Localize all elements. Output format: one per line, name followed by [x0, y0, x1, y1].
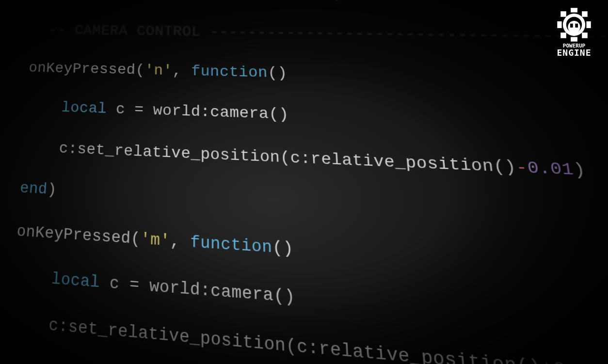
code-token: local [61, 99, 107, 117]
svg-point-10 [568, 21, 580, 33]
code-token: () [268, 64, 288, 81]
svg-rect-2 [557, 21, 561, 28]
code-token: function [191, 63, 268, 81]
svg-rect-7 [582, 32, 588, 38]
code-token: function [190, 233, 272, 257]
code-token: c [99, 273, 129, 294]
code-token: local [51, 269, 100, 292]
code-token: 0.01 [526, 158, 575, 179]
logo-line-2: ENGINE [550, 48, 598, 57]
code-token: onKeyPressed( [28, 60, 145, 78]
svg-rect-0 [571, 8, 577, 12]
code-token: end [19, 179, 48, 198]
code-token: ) [602, 362, 608, 364]
code-token: c:set_relative_position(c:relative_posit… [22, 138, 517, 177]
code-token: , [172, 63, 191, 79]
code-token: world:camera() [144, 102, 289, 124]
code-token: onKeyPressed( [16, 222, 141, 249]
svg-rect-12 [575, 24, 578, 28]
code-token: = [134, 101, 144, 118]
logo-text: POWERUP ENGINE [550, 44, 598, 57]
gear-icon [556, 7, 592, 43]
svg-rect-6 [560, 32, 566, 38]
code-token: ) [47, 181, 57, 199]
code-comment: -- CAMERA CONTROL ----------------------… [48, 22, 608, 51]
code-token: = [129, 275, 140, 295]
code-token: 'm' [140, 230, 170, 250]
code-token: () [272, 238, 294, 259]
code-token: ) [572, 160, 587, 180]
code-line: onKeyPressed( [34, 0, 183, 1]
code-comment [31, 22, 49, 38]
code-token: world:camera() [139, 276, 295, 307]
code-token: end [6, 360, 36, 364]
code-token: , [170, 232, 191, 252]
svg-rect-4 [560, 11, 566, 17]
code-token: '0' [182, 0, 210, 1]
svg-rect-11 [570, 24, 573, 28]
logo: POWERUP ENGINE [550, 7, 598, 57]
svg-rect-1 [571, 37, 577, 41]
svg-rect-5 [582, 11, 588, 17]
svg-rect-3 [586, 21, 591, 28]
code: ESS [0] to RESET world") onKeyPressed('0… [0, 0, 608, 364]
code-token: c [107, 101, 135, 118]
code-token: 0.01 [552, 358, 606, 364]
code-token: 'n' [144, 62, 173, 79]
code-token: , world_reset) [210, 0, 343, 2]
